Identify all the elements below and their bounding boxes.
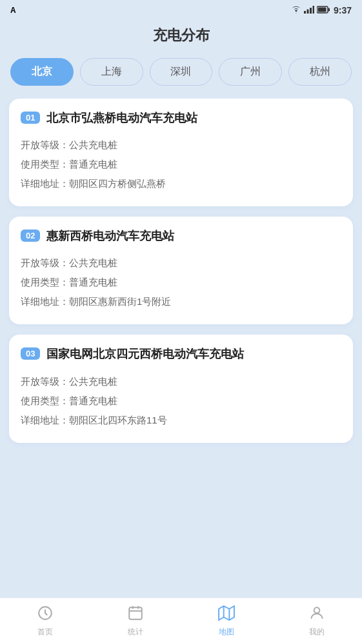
bottom-navigation: 首页 统计 地图 我的 (0, 598, 362, 644)
open-level-label: 开放等级： (21, 257, 69, 268)
address-value: 朝阳区惠新西街1号附近 (69, 296, 171, 307)
use-type-label: 使用类型： (21, 159, 69, 170)
city-tab-shenzhen[interactable]: 深圳 (150, 58, 213, 86)
signal-icon (304, 6, 314, 15)
page-title: 充电分布 (0, 26, 362, 45)
status-bar: A 9:37 (0, 0, 362, 21)
open-level-value: 公共充电桩 (69, 376, 117, 387)
status-app-icon: A (10, 6, 16, 15)
open-level-label: 开放等级： (21, 376, 69, 387)
station-card: 01 北京市弘燕桥电动汽车充电站 开放等级：公共充电桩 使用类型：普通充电桩 详… (9, 99, 353, 206)
clock-icon (37, 605, 54, 624)
nav-item-home[interactable]: 首页 (0, 605, 90, 638)
city-tab-bar: 北京上海深圳广州杭州 (0, 58, 362, 86)
open-level-value: 公共充电桩 (69, 257, 117, 268)
card-title-row: 02 惠新西桥电动汽车充电站 (21, 228, 341, 244)
status-icons: 9:37 (291, 5, 352, 15)
station-info: 开放等级：公共充电桩 使用类型：普通充电桩 详细地址：朝阳区惠新西街1号附近 (21, 253, 341, 311)
city-tab-shanghai[interactable]: 上海 (80, 58, 143, 86)
station-address: 详细地址：朝阳区四方桥侧弘燕桥 (21, 174, 341, 193)
nav-label-stats: 统计 (128, 627, 143, 638)
station-title: 国家电网北京四元西桥电动汽车充电站 (46, 346, 244, 362)
use-type-label: 使用类型： (21, 277, 69, 288)
station-card: 03 国家电网北京四元西桥电动汽车充电站 开放等级：公共充电桩 使用类型：普通充… (9, 335, 353, 442)
city-tab-guangzhou[interactable]: 广州 (219, 58, 282, 86)
svg-rect-6 (317, 7, 326, 12)
station-open-level: 开放等级：公共充电桩 (21, 372, 341, 391)
station-number: 01 (21, 112, 40, 124)
nav-label-mine: 我的 (309, 627, 325, 638)
battery-icon (317, 6, 330, 15)
nav-item-stats[interactable]: 统计 (90, 605, 181, 638)
svg-rect-5 (328, 8, 330, 11)
use-type-value: 普通充电桩 (69, 395, 117, 406)
station-info: 开放等级：公共充电桩 使用类型：普通充电桩 详细地址：朝阳区北四环东路11号 (21, 372, 341, 430)
svg-rect-1 (307, 9, 308, 14)
address-value: 朝阳区四方桥侧弘燕桥 (69, 178, 166, 189)
card-title-row: 03 国家电网北京四元西桥电动汽车充电站 (21, 346, 341, 362)
station-open-level: 开放等级：公共充电桩 (21, 253, 341, 273)
open-level-label: 开放等级： (21, 139, 69, 150)
station-card: 02 惠新西桥电动汽车充电站 开放等级：公共充电桩 使用类型：普通充电桩 详细地… (9, 217, 353, 324)
nav-item-mine[interactable]: 我的 (272, 605, 362, 638)
address-label: 详细地址： (21, 296, 69, 307)
station-number: 03 (21, 347, 40, 360)
station-address: 详细地址：朝阳区北四环东路11号 (21, 411, 341, 430)
calendar-icon (127, 605, 144, 624)
station-use-type: 使用类型：普通充电桩 (21, 155, 341, 174)
map-icon (218, 605, 235, 624)
svg-rect-3 (312, 6, 314, 14)
time-display: 9:37 (334, 5, 352, 15)
svg-rect-0 (304, 11, 306, 14)
station-title: 惠新西桥电动汽车充电站 (46, 228, 174, 244)
use-type-value: 普通充电桩 (69, 159, 117, 170)
svg-point-15 (314, 607, 320, 613)
open-level-value: 公共充电桩 (69, 139, 117, 150)
city-tab-beijing[interactable]: 北京 (10, 58, 74, 86)
svg-rect-8 (130, 607, 143, 619)
nav-label-home: 首页 (37, 627, 53, 638)
wifi-icon (291, 6, 301, 15)
card-title-row: 01 北京市弘燕桥电动汽车充电站 (21, 110, 341, 126)
station-use-type: 使用类型：普通充电桩 (21, 273, 341, 292)
nav-item-map[interactable]: 地图 (181, 605, 272, 638)
nav-label-map: 地图 (219, 627, 234, 638)
svg-marker-12 (219, 606, 234, 620)
station-number: 02 (21, 229, 40, 242)
station-address: 详细地址：朝阳区惠新西街1号附近 (21, 292, 341, 311)
address-label: 详细地址： (21, 178, 69, 189)
use-type-value: 普通充电桩 (69, 277, 117, 288)
station-info: 开放等级：公共充电桩 使用类型：普通充电桩 详细地址：朝阳区四方桥侧弘燕桥 (21, 135, 341, 193)
station-open-level: 开放等级：公共充电桩 (21, 135, 341, 155)
station-title: 北京市弘燕桥电动汽车充电站 (46, 110, 197, 126)
person-icon (308, 605, 325, 624)
station-list: 01 北京市弘燕桥电动汽车充电站 开放等级：公共充电桩 使用类型：普通充电桩 详… (0, 99, 362, 592)
city-tab-hangzhou[interactable]: 杭州 (288, 58, 352, 86)
address-value: 朝阳区北四环东路11号 (69, 415, 167, 425)
svg-rect-2 (310, 8, 312, 14)
address-label: 详细地址： (21, 415, 69, 425)
use-type-label: 使用类型： (21, 395, 69, 406)
station-use-type: 使用类型：普通充电桩 (21, 391, 341, 411)
page-header: 充电分布 (0, 21, 362, 58)
